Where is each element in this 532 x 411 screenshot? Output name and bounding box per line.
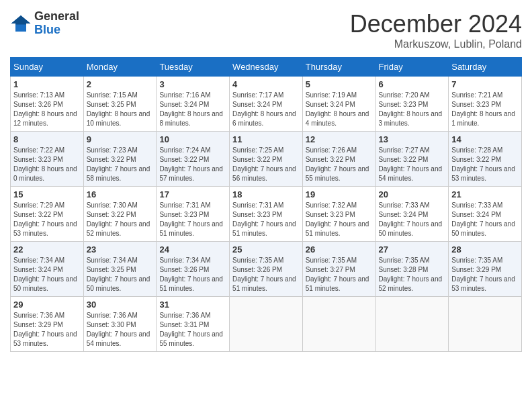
day-info: Sunrise: 7:23 AMSunset: 3:22 PMDaylight:… xyxy=(87,146,154,183)
calendar-week-1: 1Sunrise: 7:13 AMSunset: 3:26 PMDaylight… xyxy=(11,77,522,132)
calendar-cell: 17Sunrise: 7:31 AMSunset: 3:23 PMDayligh… xyxy=(157,187,230,242)
day-info: Sunrise: 7:35 AMSunset: 3:26 PMDaylight:… xyxy=(232,256,300,293)
logo-blue: Blue xyxy=(34,24,79,37)
day-info: Sunrise: 7:36 AMSunset: 3:30 PMDaylight:… xyxy=(87,311,154,349)
calendar-cell: 23Sunrise: 7:34 AMSunset: 3:25 PMDayligh… xyxy=(83,242,157,297)
day-info: Sunrise: 7:19 AMSunset: 3:24 PMDaylight:… xyxy=(306,91,373,128)
calendar-cell: 15Sunrise: 7:29 AMSunset: 3:22 PMDayligh… xyxy=(11,187,84,242)
calendar-cell: 31Sunrise: 7:36 AMSunset: 3:31 PMDayligh… xyxy=(157,297,230,352)
calendar-cell: 21Sunrise: 7:33 AMSunset: 3:24 PMDayligh… xyxy=(449,187,522,242)
day-number: 31 xyxy=(159,300,226,310)
day-number: 22 xyxy=(13,244,81,255)
calendar-cell: 4Sunrise: 7:17 AMSunset: 3:24 PMDaylight… xyxy=(230,77,303,132)
calendar-week-5: 29Sunrise: 7:36 AMSunset: 3:29 PMDayligh… xyxy=(11,297,522,352)
day-number: 27 xyxy=(379,244,446,255)
calendar-cell: 13Sunrise: 7:27 AMSunset: 3:22 PMDayligh… xyxy=(375,132,449,187)
day-info: Sunrise: 7:17 AMSunset: 3:24 PMDaylight:… xyxy=(232,91,300,128)
day-info: Sunrise: 7:32 AMSunset: 3:23 PMDaylight:… xyxy=(306,201,373,238)
day-number: 21 xyxy=(451,189,519,199)
day-number: 2 xyxy=(87,79,154,89)
day-number: 28 xyxy=(451,244,519,255)
day-number: 3 xyxy=(159,79,226,89)
calendar-cell: 29Sunrise: 7:36 AMSunset: 3:29 PMDayligh… xyxy=(11,297,84,352)
logo-icon xyxy=(10,13,32,34)
col-wednesday: Wednesday xyxy=(230,58,303,77)
calendar-cell: 16Sunrise: 7:30 AMSunset: 3:22 PMDayligh… xyxy=(83,187,157,242)
day-number: 12 xyxy=(306,134,373,144)
day-info: Sunrise: 7:13 AMSunset: 3:26 PMDaylight:… xyxy=(13,91,81,128)
calendar-cell: 6Sunrise: 7:20 AMSunset: 3:23 PMDaylight… xyxy=(375,77,449,132)
calendar-week-4: 22Sunrise: 7:34 AMSunset: 3:24 PMDayligh… xyxy=(11,242,522,297)
day-number: 24 xyxy=(159,244,226,255)
day-number: 17 xyxy=(159,189,226,199)
calendar-week-3: 15Sunrise: 7:29 AMSunset: 3:22 PMDayligh… xyxy=(11,187,522,242)
calendar-header-row: Sunday Monday Tuesday Wednesday Thursday… xyxy=(11,58,522,77)
col-friday: Friday xyxy=(375,58,449,77)
day-number: 8 xyxy=(13,134,81,144)
col-saturday: Saturday xyxy=(449,58,522,77)
col-sunday: Sunday xyxy=(11,58,84,77)
day-info: Sunrise: 7:35 AMSunset: 3:27 PMDaylight:… xyxy=(306,256,373,293)
day-number: 16 xyxy=(87,189,154,199)
day-info: Sunrise: 7:34 AMSunset: 3:26 PMDaylight:… xyxy=(159,256,226,293)
calendar-cell: 25Sunrise: 7:35 AMSunset: 3:26 PMDayligh… xyxy=(230,242,303,297)
col-tuesday: Tuesday xyxy=(157,58,230,77)
day-number: 6 xyxy=(379,79,446,89)
calendar-cell xyxy=(375,297,449,352)
day-info: Sunrise: 7:15 AMSunset: 3:25 PMDaylight:… xyxy=(87,91,154,128)
logo-general: General xyxy=(34,10,79,24)
day-number: 15 xyxy=(13,189,81,199)
day-info: Sunrise: 7:35 AMSunset: 3:28 PMDaylight:… xyxy=(379,256,446,293)
day-info: Sunrise: 7:29 AMSunset: 3:22 PMDaylight:… xyxy=(13,201,81,238)
day-number: 5 xyxy=(306,79,373,89)
day-info: Sunrise: 7:21 AMSunset: 3:23 PMDaylight:… xyxy=(451,91,519,128)
location: Markuszow, Lublin, Poland xyxy=(350,38,522,50)
day-number: 11 xyxy=(232,134,300,144)
day-number: 13 xyxy=(379,134,446,144)
day-info: Sunrise: 7:34 AMSunset: 3:25 PMDaylight:… xyxy=(87,256,154,293)
day-info: Sunrise: 7:36 AMSunset: 3:31 PMDaylight:… xyxy=(159,311,226,349)
page-header: General Blue December 2024 Markuszow, Lu… xyxy=(10,10,522,50)
calendar-cell: 28Sunrise: 7:35 AMSunset: 3:29 PMDayligh… xyxy=(449,242,522,297)
calendar-cell xyxy=(302,297,375,352)
day-info: Sunrise: 7:26 AMSunset: 3:22 PMDaylight:… xyxy=(306,146,373,183)
day-info: Sunrise: 7:31 AMSunset: 3:23 PMDaylight:… xyxy=(232,201,300,238)
day-number: 18 xyxy=(232,189,300,199)
title-section: December 2024 Markuszow, Lublin, Poland xyxy=(350,10,522,50)
day-number: 29 xyxy=(13,300,81,310)
calendar-cell: 10Sunrise: 7:24 AMSunset: 3:22 PMDayligh… xyxy=(157,132,230,187)
logo-text: General Blue xyxy=(34,10,79,37)
day-info: Sunrise: 7:30 AMSunset: 3:22 PMDaylight:… xyxy=(87,201,154,238)
calendar-cell: 3Sunrise: 7:16 AMSunset: 3:24 PMDaylight… xyxy=(157,77,230,132)
svg-marker-1 xyxy=(11,15,31,25)
calendar-cell: 1Sunrise: 7:13 AMSunset: 3:26 PMDaylight… xyxy=(11,77,84,132)
day-info: Sunrise: 7:24 AMSunset: 3:22 PMDaylight:… xyxy=(159,146,226,183)
day-number: 7 xyxy=(451,79,519,89)
calendar-cell: 27Sunrise: 7:35 AMSunset: 3:28 PMDayligh… xyxy=(375,242,449,297)
calendar-cell: 2Sunrise: 7:15 AMSunset: 3:25 PMDaylight… xyxy=(83,77,157,132)
logo: General Blue xyxy=(10,10,79,37)
day-number: 25 xyxy=(232,244,300,255)
calendar-cell: 7Sunrise: 7:21 AMSunset: 3:23 PMDaylight… xyxy=(449,77,522,132)
calendar-cell: 30Sunrise: 7:36 AMSunset: 3:30 PMDayligh… xyxy=(83,297,157,352)
calendar-cell: 14Sunrise: 7:28 AMSunset: 3:22 PMDayligh… xyxy=(449,132,522,187)
day-info: Sunrise: 7:16 AMSunset: 3:24 PMDaylight:… xyxy=(159,91,226,128)
calendar-cell: 5Sunrise: 7:19 AMSunset: 3:24 PMDaylight… xyxy=(302,77,375,132)
day-number: 14 xyxy=(451,134,519,144)
day-info: Sunrise: 7:33 AMSunset: 3:24 PMDaylight:… xyxy=(451,201,519,238)
calendar-cell: 26Sunrise: 7:35 AMSunset: 3:27 PMDayligh… xyxy=(302,242,375,297)
col-thursday: Thursday xyxy=(302,58,375,77)
day-info: Sunrise: 7:35 AMSunset: 3:29 PMDaylight:… xyxy=(451,256,519,293)
month-title: December 2024 xyxy=(350,10,522,38)
day-number: 26 xyxy=(306,244,373,255)
calendar-cell: 24Sunrise: 7:34 AMSunset: 3:26 PMDayligh… xyxy=(157,242,230,297)
day-number: 30 xyxy=(87,300,154,310)
col-monday: Monday xyxy=(83,58,157,77)
day-info: Sunrise: 7:28 AMSunset: 3:22 PMDaylight:… xyxy=(451,146,519,183)
day-info: Sunrise: 7:27 AMSunset: 3:22 PMDaylight:… xyxy=(379,146,446,183)
day-info: Sunrise: 7:31 AMSunset: 3:23 PMDaylight:… xyxy=(159,201,226,238)
calendar-cell: 22Sunrise: 7:34 AMSunset: 3:24 PMDayligh… xyxy=(11,242,84,297)
day-number: 9 xyxy=(87,134,154,144)
day-info: Sunrise: 7:34 AMSunset: 3:24 PMDaylight:… xyxy=(13,256,81,293)
day-number: 23 xyxy=(87,244,154,255)
